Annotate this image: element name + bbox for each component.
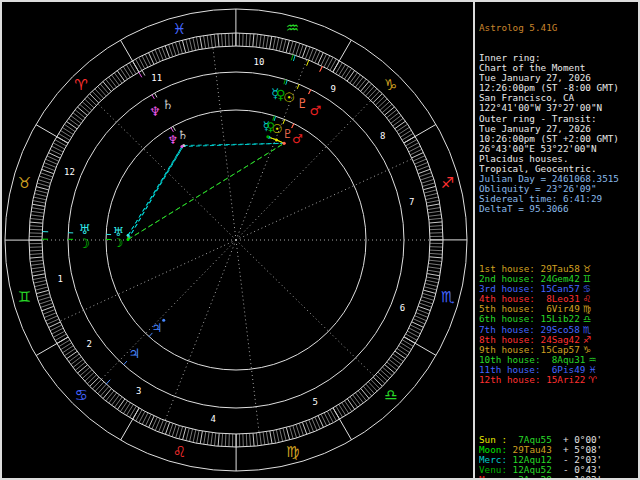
svg-text:♇: ♇ <box>297 96 309 111</box>
house-label: 3rd house: <box>479 284 541 294</box>
house-row: 11th house: 6Pis49 ♓ <box>479 365 638 375</box>
svg-text:6: 6 <box>400 303 405 313</box>
svg-text:♀: ♀ <box>276 87 286 102</box>
house-label: 6th house: <box>479 314 541 324</box>
sign-glyph: ♑ <box>580 345 591 355</box>
info-line: Inner ring: <box>479 53 638 63</box>
svg-text:3: 3 <box>136 386 141 396</box>
house-row: 5th house: 6Vir49 ♍ <box>479 304 638 314</box>
house-row: 12th house: 15Ari22 ♈ <box>479 375 638 385</box>
svg-text:9: 9 <box>331 84 336 94</box>
svg-text:♅: ♅ <box>79 222 91 237</box>
house-value: 8Aqu31 <box>546 355 585 365</box>
planet-latitude: - 1°02' <box>557 475 602 480</box>
house-cusp-list: 1st house: 29Tau58 ♉2nd house: 24Gem42 ♊… <box>479 264 638 385</box>
house-label: 12th house: <box>479 375 546 385</box>
house-row: 3rd house: 15Can57 ♋ <box>479 284 638 294</box>
svg-text:♃: ♃ <box>152 321 163 335</box>
info-line: Sidereal time: 6:41:29 <box>479 194 638 204</box>
planet-value: 3Aqu29 <box>513 475 552 480</box>
chart-info-lines: Inner ring:Chart of the MomentTue Januar… <box>479 53 638 214</box>
sign-glyph: ♐ <box>580 335 591 345</box>
house-row: 9th house: 15Cap57 ♑ <box>479 345 638 355</box>
house-label: 2nd house: <box>479 274 541 284</box>
house-value: 15Can57 <box>541 284 580 294</box>
planet-value: 7Aqu55 <box>513 435 552 445</box>
svg-text:11: 11 <box>151 73 162 83</box>
house-label: 5th house: <box>479 304 541 314</box>
sign-glyph: ♋ <box>580 284 591 294</box>
house-label: 4th house: <box>479 294 541 304</box>
planet-label: Venu: <box>479 465 513 475</box>
house-label: 10th house: <box>479 355 546 365</box>
svg-text:8: 8 <box>380 131 385 141</box>
info-line: Tue January 27, 2026 <box>479 73 638 83</box>
info-line: Tue January 27, 2026 <box>479 124 638 134</box>
sign-glyph: ♏ <box>580 325 591 335</box>
svg-text:♉: ♉ <box>18 174 31 192</box>
house-value: 15Cap57 <box>541 345 580 355</box>
info-line: San Francisco, CA <box>479 93 638 103</box>
house-value: 29Sco58 <box>541 325 580 335</box>
planet-label: Merc: <box>479 455 513 465</box>
svg-text:5: 5 <box>313 397 318 407</box>
house-value: 29Tau58 <box>541 264 580 274</box>
svg-text:♎: ♎ <box>384 386 397 404</box>
planet-position-list: Sun : 7Aqu55 + 0°00'Moon: 29Tau43 + 5°08… <box>479 435 638 480</box>
info-line: Obliquity = 23°26'09" <box>479 184 638 194</box>
svg-text:♓: ♓ <box>172 20 185 38</box>
planet-row: Sun : 7Aqu55 + 0°00' <box>479 435 638 445</box>
svg-text:♏: ♏ <box>441 288 455 306</box>
planet-latitude: - 2°03' <box>557 455 602 465</box>
svg-text:♂: ♂ <box>309 103 321 118</box>
spacer <box>479 234 638 244</box>
svg-text:♑: ♑ <box>384 76 397 94</box>
planet-label: Sun : <box>479 435 513 445</box>
house-value: 15Ari22 <box>546 375 585 385</box>
svg-text:♄: ♄ <box>162 97 174 112</box>
astrolog-window: 123456789101112♈♉♊♋♌♍♎♏♐♑♒♓☉☉☽☽☿☿♀♀♂♂♃♃♄… <box>0 0 640 480</box>
house-value: 8Leo31 <box>541 294 580 304</box>
sign-glyph: ♍ <box>580 304 591 314</box>
info-line: 26°43'00"E 53°22'00"N <box>479 144 638 154</box>
svg-text:10: 10 <box>253 57 264 67</box>
info-line: Placidus houses. <box>479 154 638 164</box>
svg-text:12: 12 <box>64 167 75 177</box>
info-sidebar: Astrolog 5.41G Inner ring:Chart of the M… <box>473 2 638 478</box>
house-row: 1st house: 29Tau58 ♉ <box>479 264 638 274</box>
planet-value: 29Tau43 <box>513 445 552 455</box>
svg-text:♊: ♊ <box>18 288 31 306</box>
info-line: DeltaT = 95.3066 <box>479 204 638 214</box>
planet-label: Mars: <box>479 475 513 480</box>
svg-text:♐: ♐ <box>441 174 454 192</box>
house-label: 8th house: <box>479 335 541 345</box>
info-line: 10:26:00pm (ST +2:00 GMT) <box>479 134 638 144</box>
info-line: Chart of the Moment <box>479 63 638 73</box>
info-line: 12:26:00pm (ST -8:00 GMT) <box>479 83 638 93</box>
planet-latitude: + 0°00' <box>557 435 602 445</box>
info-line: 122°41'00"W 37°27'00"N <box>479 103 638 113</box>
sign-glyph: ♊ <box>580 274 591 284</box>
house-value: 6Vir49 <box>541 304 580 314</box>
svg-text:1: 1 <box>57 274 62 284</box>
sign-glyph: ♌ <box>580 294 591 304</box>
house-row: 4th house: 8Leo31 ♌ <box>479 294 638 304</box>
svg-text:♅: ♅ <box>113 225 124 239</box>
svg-text:♇: ♇ <box>282 127 293 141</box>
house-label: 1st house: <box>479 264 541 274</box>
info-line: Outer ring - Transit: <box>479 114 638 124</box>
planet-row: Mars: 3Aqu29 - 1°02' <box>479 475 638 480</box>
wheel-svg: 123456789101112♈♉♊♋♌♍♎♏♐♑♒♓☉☉☽☽☿☿♀♀♂♂♃♃♄… <box>2 2 473 478</box>
planet-latitude: + 5°08' <box>557 445 602 455</box>
planet-row: Venu: 12Aqu52 - 0°43' <box>479 465 638 475</box>
svg-text:♃: ♃ <box>128 346 140 361</box>
planet-label: Moon: <box>479 445 513 455</box>
svg-text:☽: ☽ <box>78 236 90 251</box>
svg-text:♌: ♌ <box>173 443 186 461</box>
svg-text:♆: ♆ <box>168 133 179 147</box>
house-row: 10th house: 8Aqu31 ♒ <box>479 355 638 365</box>
sign-glyph: ♉ <box>580 264 591 274</box>
chart-wheel[interactable]: 123456789101112♈♉♊♋♌♍♎♏♐♑♒♓☉☉☽☽☿☿♀♀♂♂♃♃♄… <box>2 2 473 478</box>
info-line: Tropical, Geocentric. <box>479 164 638 174</box>
planet-row: Moon: 29Tau43 + 5°08' <box>479 445 638 455</box>
